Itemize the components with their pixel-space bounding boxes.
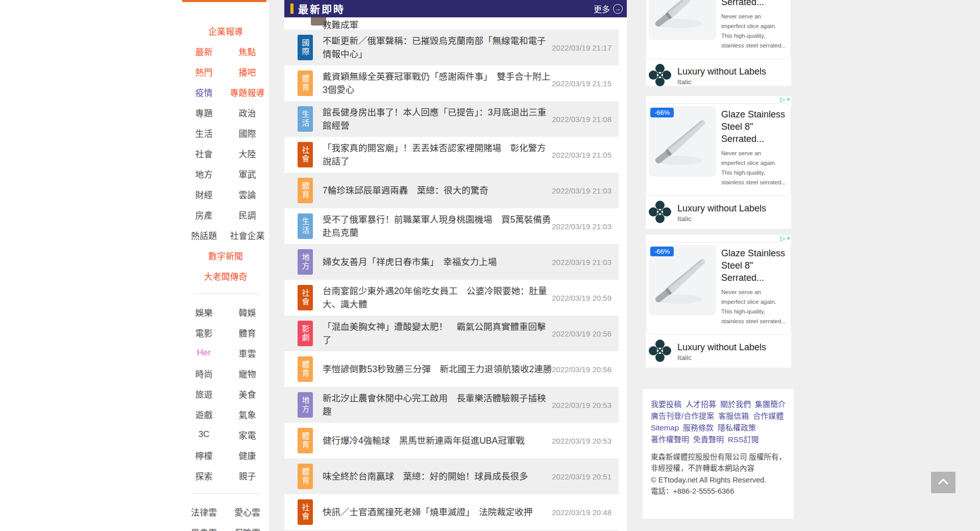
scroll-to-top-button[interactable] <box>931 472 955 493</box>
ad-close-icon[interactable]: × <box>787 96 790 103</box>
news-title[interactable]: 「混血美胸女神」遭酸變太肥！ 霸氣公開真實體重回擊了 <box>323 320 552 347</box>
sidebar-item-pets[interactable]: 寵物 <box>226 367 269 380</box>
sidebar-item-poll[interactable]: 民調 <box>226 208 269 221</box>
news-item[interactable]: 社會 「我家真的開宮廟」！丟丟妹否認家裡開賭場 彰化警方說話了 2022/03/… <box>284 137 619 173</box>
sidebar-item-hot-topics[interactable]: 熱話題 <box>182 229 226 242</box>
sidebar-item-latest[interactable]: 最新 <box>182 45 226 58</box>
category-badge[interactable]: 社會 <box>298 499 313 525</box>
news-item[interactable]: 生活 受不了俄軍暴行！前職業軍人現身桃園機場 買5萬裝備勇赴烏克蘭 2022/0… <box>284 208 619 244</box>
sidebar-item-digital-news[interactable]: 數字新聞 <box>208 249 243 262</box>
footer-link-copyright-statement[interactable]: 著作權聲明 <box>651 436 689 443</box>
news-item[interactable]: 國際 不斷更新／俄軍聲稱：已摧毀烏克蘭南部「無線電和電子情報中心」 2022/0… <box>284 30 619 65</box>
footer-link-customer-service[interactable]: 客服信箱 <box>718 412 749 420</box>
sidebar-item-china[interactable]: 大陸 <box>226 147 269 160</box>
news-item[interactable]: 體育 味全終於台南贏球 葉總：好的開始！球員成長很多 2022/03/19 20… <box>284 458 619 494</box>
category-badge[interactable]: 生活 <box>298 106 313 132</box>
news-item[interactable]: 社會 快訊／士官酒駕撞死老婦「燒車滅證」 法院裁定收押 2022/03/19 2… <box>284 494 619 530</box>
sidebar-item-focus[interactable]: 焦點 <box>226 45 269 58</box>
footer-link-jobs[interactable]: 人才招募 <box>685 400 716 408</box>
news-title[interactable]: 健行爆冷4強輸球 黑馬世新連兩年挺進UBA冠軍戰 <box>323 434 552 447</box>
news-title[interactable]: 台南宴館少東外遇20年偷吃女員工 公婆冷眼要她：肚量大、識大體 <box>323 284 552 311</box>
news-title[interactable]: 味全終於台南贏球 葉總：好的開始！球員成長很多 <box>323 470 552 483</box>
category-badge[interactable]: 社會 <box>298 142 313 167</box>
adchoices-icon[interactable]: ▷ <box>780 235 785 242</box>
footer-link-rss[interactable]: RSS訂閱 <box>728 436 759 443</box>
footer-link-group-intro[interactable]: 集團簡介 <box>755 400 786 408</box>
footer-link-about[interactable]: 關於我們 <box>720 400 751 408</box>
news-item[interactable]: 社會 台南宴館少東外遇20年偷吃女員工 公婆冷眼要她：肚量大、識大體 2022/… <box>284 280 619 316</box>
footer-link-sitemap[interactable]: Sitemap <box>651 424 679 431</box>
sidebar-item-opinion[interactable]: 雲論 <box>226 188 269 201</box>
category-badge[interactable]: 地方 <box>298 249 313 275</box>
sidebar-item-military[interactable]: 軍武 <box>226 167 269 180</box>
news-title[interactable]: 「我家真的開宮廟」！丟丟妹否認家裡開賭場 彰化警方說話了 <box>323 141 552 168</box>
advertiser-row[interactable]: Luxury without Labels Italic <box>646 200 791 226</box>
more-link[interactable]: 更多 → <box>594 3 623 15</box>
advertiser-row[interactable]: Luxury without Labels Italic <box>646 63 791 89</box>
category-badge[interactable]: 體育 <box>298 178 313 203</box>
sidebar-item-local[interactable]: 地方 <box>182 167 226 180</box>
sidebar-item-charity-cloud[interactable]: 愛心雲 <box>226 505 269 518</box>
news-title[interactable]: 7輪珍珠邱辰單週兩轟 葉總：很大的驚奇 <box>323 184 552 197</box>
news-item[interactable]: 地方 新北汐止農會休閒中心完工啟用 長輩樂活體驗親子插秧趣 2022/03/19… <box>284 387 619 423</box>
news-title[interactable]: 戴資穎無緣全英賽冠軍戰仍「感謝兩件事」 雙手合十附上3個愛心 <box>323 70 552 96</box>
sidebar-item-special-report[interactable]: 專題報導 <box>226 86 269 99</box>
sidebar-item-realestate[interactable]: 房產 <box>182 208 226 221</box>
category-badge[interactable]: 國際 <box>298 35 313 60</box>
news-item[interactable]: 體育 戴資穎無緣全英賽冠軍戰仍「感謝兩件事」 雙手合十附上3個愛心 2022/0… <box>284 65 619 101</box>
category-badge[interactable]: 社會 <box>298 285 313 310</box>
sidebar-item-sports[interactable]: 體育 <box>226 326 269 339</box>
sidebar-item-games[interactable]: 遊戲 <box>182 408 226 421</box>
sidebar-item-3c[interactable]: 3C <box>182 429 226 440</box>
news-title[interactable]: 李愷諺倒數53秒致勝三分彈 新北國王力退領航猿收2連勝 <box>323 363 552 376</box>
sidebar-item-politics[interactable]: 政治 <box>226 106 269 119</box>
sidebar-item-fashion[interactable]: 時尚 <box>182 367 226 380</box>
news-title[interactable]: 快訊／士官酒駕撞死老婦「燒車滅證」 法院裁定收押 <box>323 505 552 519</box>
category-badge[interactable]: 體育 <box>298 428 313 453</box>
ad-unit[interactable]: ▷ × -66% Glaze Stainless Steel 8" Serrat… <box>646 0 791 86</box>
sidebar-item-life[interactable]: 生活 <box>182 127 226 139</box>
news-title[interactable]: 救難成軍 <box>323 18 358 30</box>
sidebar-item-pandemic[interactable]: 疫情 <box>182 86 226 99</box>
sidebar-item-appliance[interactable]: 家電 <box>226 428 269 441</box>
sidebar-item-tycoon-legend[interactable]: 大老闆傳奇 <box>204 270 248 282</box>
news-title[interactable]: 新北汐止農會休閒中心完工啟用 長輩樂活體驗親子插秧趣 <box>323 392 552 418</box>
category-badge[interactable]: 體育 <box>298 356 313 382</box>
news-item-partial[interactable]: 救難成軍 <box>284 17 619 30</box>
news-item[interactable]: 體育 7輪珍珠邱辰單週兩轟 葉總：很大的驚奇 2022/03/19 21:03 <box>284 173 619 208</box>
sidebar-item-food[interactable]: 美食 <box>226 388 269 400</box>
category-badge[interactable]: 影劇 <box>298 321 313 346</box>
advertiser-row[interactable]: Luxury without Labels Italic <box>646 339 791 365</box>
footer-link-submit[interactable]: 我要投稿 <box>651 400 681 408</box>
sidebar-item-movies[interactable]: 電影 <box>182 326 226 339</box>
sidebar-item-kpop[interactable]: 韓娛 <box>226 306 269 319</box>
footer-link-media-partners[interactable]: 合作媒體 <box>753 412 783 420</box>
category-badge[interactable]: 體育 <box>298 70 313 96</box>
ad-card[interactable]: -66% Glaze Stainless Steel 8" Serrated..… <box>646 0 791 59</box>
category-badge[interactable]: 生活 <box>298 213 313 239</box>
sidebar-item-weather[interactable]: 氣象 <box>226 408 269 421</box>
ad-card[interactable]: -66% Glaze Stainless Steel 8" Serrated..… <box>646 103 791 196</box>
news-item[interactable]: 體育 健行爆冷4強輸球 黑馬世新連兩年挺進UBA冠軍戰 2022/03/19 2… <box>284 423 619 458</box>
sidebar-item-explore[interactable]: 探索 <box>182 469 226 482</box>
news-title[interactable]: 受不了俄軍暴行！前職業軍人現身桃園機場 買5萬裝備勇赴烏克蘭 <box>323 213 552 239</box>
sidebar-item-parenting[interactable]: 親子 <box>226 469 269 482</box>
adchoices-icon[interactable]: ▷ <box>780 96 785 103</box>
sidebar-item-insurance-cloud[interactable]: 保險雲 <box>226 526 269 531</box>
news-title[interactable]: 婦女友善月「祥虎日春市集」 幸福女力上場 <box>323 255 552 269</box>
sidebar-item-society[interactable]: 社會 <box>182 147 226 160</box>
sidebar-item-her[interactable]: Her <box>182 348 226 358</box>
sidebar-item-social-enterprise[interactable]: 社會企業 <box>226 229 269 242</box>
category-badge[interactable]: 地方 <box>298 392 313 418</box>
sidebar-item-law-cloud[interactable]: 法律雲 <box>182 505 226 518</box>
footer-link-disclaimer[interactable]: 免責聲明 <box>693 436 724 443</box>
sidebar-item-international[interactable]: 國際 <box>226 127 269 139</box>
sidebar-item-grace-cloud[interactable]: 恩典雲 <box>182 526 226 531</box>
news-title[interactable]: 不斷更新／俄軍聲稱：已摧毀烏克蘭南部「無線電和電子情報中心」 <box>323 34 552 61</box>
sidebar-item-entertainment[interactable]: 娛樂 <box>182 306 226 319</box>
category-badge[interactable]: 體育 <box>298 464 313 489</box>
ad-unit[interactable]: ▷ × -66% Glaze Stainless Steel 8" Serrat… <box>646 96 791 229</box>
news-item[interactable]: 體育 李愷諺倒數53秒致勝三分彈 新北國王力退領航猿收2連勝 2022/03/1… <box>284 351 619 387</box>
footer-link-privacy[interactable]: 隱私權政策 <box>718 424 756 431</box>
ad-close-icon[interactable]: × <box>787 235 790 242</box>
